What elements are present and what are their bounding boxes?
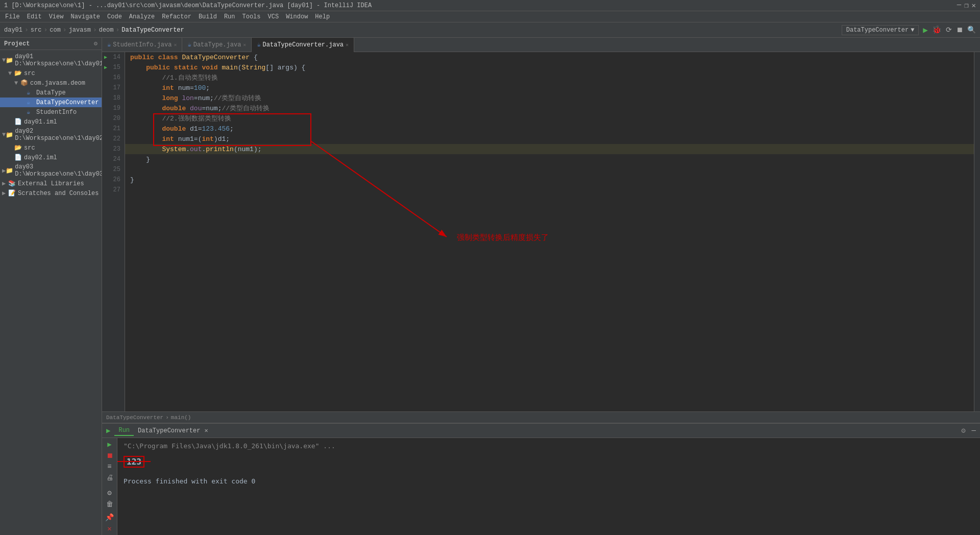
nav-src[interactable]: src xyxy=(31,27,42,34)
code-content[interactable]: public class DataTypeConverter { public … xyxy=(125,52,974,411)
search-button[interactable]: 🔍 xyxy=(967,26,976,34)
menu-vcs[interactable]: VCS xyxy=(265,12,282,21)
line-num-25: 25 xyxy=(102,164,125,175)
run-tab[interactable]: Run xyxy=(114,426,134,436)
menu-build[interactable]: Build xyxy=(195,12,220,21)
nav-com[interactable]: com xyxy=(50,27,61,34)
expand-arrow: ▶ xyxy=(2,189,8,197)
breadcrumb-datatypeconverter: DataTypeConverter xyxy=(106,415,163,421)
print-button[interactable]: 🖨 xyxy=(104,473,116,482)
sidebar-item-label: day02 D:\Workspace\one\1\day02 xyxy=(15,128,102,142)
folder-icon: 📂 xyxy=(14,69,22,77)
code-line-16: //1.自动类型转换 xyxy=(125,72,974,83)
close-x-button[interactable]: ✕ xyxy=(104,524,116,533)
main-layout: Project ⚙ ▼ 📁 day01 D:\Workspace\one\1\d… xyxy=(0,38,980,535)
line-num-19: 19 xyxy=(102,103,125,113)
output-arrow-svg xyxy=(151,454,202,469)
nav-deom[interactable]: deom xyxy=(99,27,114,34)
nav-day01[interactable]: day01 xyxy=(4,27,22,34)
close-tab-icon[interactable]: ✕ xyxy=(243,42,246,48)
editor-tabs: ☕ StudentInfo.java ✕ ☕ DataType.java ✕ ☕… xyxy=(102,38,980,52)
debug-button[interactable]: 🐞 xyxy=(932,25,942,35)
run-panel-settings[interactable]: ⚙ xyxy=(961,426,965,435)
sidebar-item-day02[interactable]: ▼ 📁 day02 D:\Workspace\one\1\day02 xyxy=(0,127,102,143)
run-with-coverage-button[interactable]: ⟳ xyxy=(946,26,952,34)
folder-icon: 📁 xyxy=(6,57,13,64)
sidebar-item-day01iml[interactable]: ▶ 📄 day01.iml xyxy=(0,117,102,127)
sidebar-item-label: day02.iml xyxy=(24,154,57,161)
nav-datatypeconverter[interactable]: DataTypeConverter xyxy=(121,27,184,34)
run-panel-collapse[interactable]: ─ xyxy=(972,427,976,435)
sidebar-item-label: day01.iml xyxy=(24,118,57,126)
sidebar-item-label: com.javasm.deom xyxy=(30,80,85,87)
java-icon: ☕ xyxy=(187,41,191,48)
menu-view[interactable]: View xyxy=(46,12,67,21)
sidebar-settings-icon[interactable]: ⚙ xyxy=(94,40,97,47)
sidebar-item-day03[interactable]: ▶ 📁 day03 D:\Workspace\one\1\day03 xyxy=(0,162,102,179)
tab-datatype[interactable]: ☕ DataType.java ✕ xyxy=(182,38,252,52)
tab-datatypeconverter[interactable]: ☕ DataTypeConverter.java ✕ xyxy=(252,38,354,52)
tab-label: DataType.java xyxy=(193,41,241,48)
nav-javasm[interactable]: javasm xyxy=(69,27,91,34)
run-config-selector[interactable]: DataTypeConverter ▼ xyxy=(842,25,919,35)
close-tab-icon[interactable]: ✕ xyxy=(174,42,177,48)
run-icon: ▶ xyxy=(106,426,110,435)
line-num-27: 27 xyxy=(102,185,125,195)
tab-studentinfo[interactable]: ☕ StudentInfo.java ✕ xyxy=(102,38,182,52)
run-indicator: ▶ xyxy=(104,64,107,70)
sidebar-item-label: day01 D:\Workspace\one\1\day01 xyxy=(15,53,102,67)
menu-run[interactable]: Run xyxy=(221,12,238,21)
sidebar-item-label: StudentInfo xyxy=(36,109,77,116)
run-output: "C:\Program Files\Java\jdk1.8.0_261\bin\… xyxy=(117,438,980,535)
close-btn[interactable]: ✕ xyxy=(972,1,976,10)
stop-button[interactable]: ⏹ xyxy=(956,26,963,34)
close-run-tab-icon[interactable]: ✕ xyxy=(204,427,208,434)
line-num-20: 20 xyxy=(102,113,125,124)
menu-edit[interactable]: Edit xyxy=(24,12,45,21)
run-sidebar: ▶ ⏹ ≡ 🖨 ⚙ 🗑 📌 ✕ xyxy=(102,438,117,535)
code-line-21: double d1=123.456; xyxy=(125,124,974,134)
code-line-25 xyxy=(125,164,974,175)
sidebar-item-src[interactable]: ▼ 📂 src xyxy=(0,68,102,78)
menu-help[interactable]: Help xyxy=(312,12,333,21)
sidebar-item-datatypeconverter[interactable]: ▶ ☕ DataTypeConverter xyxy=(0,98,102,107)
expand-arrow: ▼ xyxy=(14,80,20,87)
sidebar-item-package[interactable]: ▼ 📦 com.javasm.deom xyxy=(0,78,102,88)
settings-button[interactable]: ⚙ xyxy=(104,489,116,498)
code-line-24: } xyxy=(125,154,974,164)
sidebar-item-scratches[interactable]: ▶ 📝 Scratches and Consoles xyxy=(0,188,102,198)
run-config-label: DataTypeConverter xyxy=(846,27,909,34)
sidebar-item-extlibs[interactable]: ▶ 📚 External Libraries xyxy=(0,179,102,188)
menu-navigate[interactable]: Navigate xyxy=(67,12,103,21)
menu-code[interactable]: Code xyxy=(104,12,125,21)
sidebar-item-label: Scratches and Consoles xyxy=(18,190,99,197)
pin-button[interactable]: 📌 xyxy=(104,513,116,522)
run-tab-name[interactable]: DataTypeConverter xyxy=(138,427,200,434)
run-button[interactable]: ▶ xyxy=(923,25,928,35)
menu-window[interactable]: Window xyxy=(283,12,311,21)
folder-icon: 📁 xyxy=(6,131,13,139)
menu-refactor[interactable]: Refactor xyxy=(159,12,194,21)
menu-file[interactable]: File xyxy=(2,12,23,21)
sidebar-item-datatype[interactable]: ▶ ☕ DataType xyxy=(0,88,102,98)
sidebar-item-studentinfo[interactable]: ▶ ☕ StudentInfo xyxy=(0,107,102,117)
sidebar-item-src2[interactable]: ▶ 📂 src xyxy=(0,143,102,153)
java-icon: ☕ xyxy=(257,41,260,48)
clear-button[interactable]: 🗑 xyxy=(104,500,116,509)
sidebar-item-label: DataType xyxy=(36,89,66,96)
window-title: 1 [D:\Workspace\one\1] - ...day01\src\co… xyxy=(4,2,372,9)
stop-button[interactable]: ⏹ xyxy=(104,451,116,460)
maximize-btn[interactable]: ❐ xyxy=(964,1,968,10)
sidebar-item-day01[interactable]: ▼ 📁 day01 D:\Workspace\one\1\day01 xyxy=(0,52,102,68)
scroll-end-button[interactable]: ≡ xyxy=(104,463,116,472)
rerun-button[interactable]: ▶ xyxy=(104,440,116,449)
sidebar-item-day02iml[interactable]: ▶ 📄 day02.iml xyxy=(0,153,102,162)
minimize-btn[interactable]: ─ xyxy=(957,1,961,10)
close-tab-icon[interactable]: ✕ xyxy=(346,42,349,48)
window-controls: ─ ❐ ✕ xyxy=(957,1,976,10)
iml-file-icon: 📄 xyxy=(14,154,22,161)
menu-analyze[interactable]: Analyze xyxy=(126,12,158,21)
menu-tools[interactable]: Tools xyxy=(239,12,264,21)
minimap[interactable] xyxy=(974,52,980,411)
code-editor[interactable]: ▶ 14 ▶ 15 16 17 18 19 20 21 22 23 24 xyxy=(102,52,980,411)
